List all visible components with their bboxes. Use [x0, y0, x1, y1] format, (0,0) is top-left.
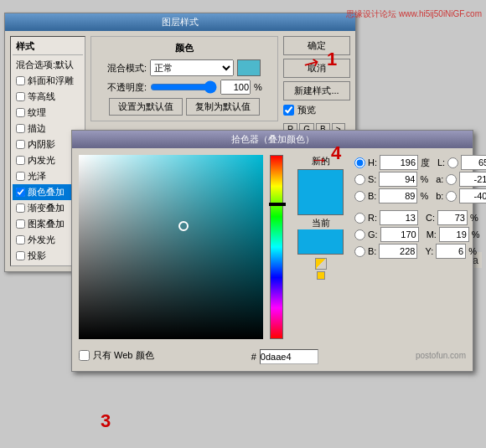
- new-label: 新的: [312, 155, 330, 167]
- gradient-canvas[interactable]: [79, 155, 263, 339]
- opacity-input[interactable]: [220, 80, 251, 95]
- r-label: R:: [368, 213, 377, 223]
- hex-input[interactable]: [260, 349, 318, 364]
- cancel-button[interactable]: 取消: [283, 59, 350, 78]
- c-input[interactable]: [437, 210, 468, 225]
- confirm-button[interactable]: 确定: [283, 36, 350, 55]
- drop-shadow-checkbox[interactable]: [16, 251, 25, 260]
- b3-input[interactable]: [459, 188, 486, 203]
- blend-mode-label: 混合模式:: [96, 62, 147, 75]
- b-unit: %: [420, 191, 428, 201]
- gamut-warning-icon: [315, 258, 327, 270]
- h-label: H:: [368, 157, 377, 167]
- stroke-label: 描边: [28, 122, 46, 135]
- color-overlay-preview[interactable]: [237, 59, 261, 76]
- inner-shadow-label: 内阴影: [28, 138, 55, 151]
- pattern-overlay-checkbox[interactable]: [16, 219, 25, 229]
- l-input[interactable]: [461, 155, 486, 170]
- color-values: H: 度 L: S: % a: B: %: [354, 155, 486, 339]
- gradient-overlay-label: 渐变叠加: [28, 202, 65, 214]
- m-label: M:: [427, 229, 437, 239]
- r-radio[interactable]: [354, 213, 365, 224]
- s-radio[interactable]: [354, 174, 365, 185]
- default-buttons-row: 设置为默认值 复制为默认值: [96, 98, 272, 116]
- set-default-button[interactable]: 设置为默认值: [109, 98, 183, 116]
- new-color-box[interactable]: [297, 169, 344, 215]
- b-radio[interactable]: [354, 191, 365, 202]
- h-unit: 度: [421, 157, 430, 169]
- b2-radio[interactable]: [354, 246, 365, 257]
- bevel-label: 斜面和浮雕: [28, 75, 74, 87]
- new-style-button[interactable]: 新建样式...: [283, 81, 350, 100]
- a-label: a:: [436, 174, 443, 184]
- color-overlay-label: 颜色叠加: [28, 186, 65, 198]
- b-row: B: % b:: [354, 188, 486, 203]
- opacity-row: 不透明度: %: [96, 80, 272, 95]
- hex-row: #: [251, 349, 318, 364]
- hex-label: #: [251, 352, 256, 362]
- inner-glow-label: 内发光: [28, 154, 55, 167]
- preview-checkbox[interactable]: [283, 105, 294, 116]
- s-row: S: % a:: [354, 172, 486, 187]
- current-color-box: [297, 229, 344, 255]
- l-radio[interactable]: [447, 157, 458, 168]
- r-input[interactable]: [380, 210, 418, 225]
- b-label: B:: [368, 191, 376, 201]
- b-input[interactable]: [379, 188, 417, 203]
- s-input[interactable]: [379, 172, 417, 187]
- gamut-color-icon: [317, 271, 325, 280]
- opacity-label: 不透明度:: [96, 81, 147, 94]
- blend-mode-select[interactable]: 正常: [150, 59, 234, 76]
- texture-checkbox[interactable]: [16, 108, 25, 117]
- gradient-area[interactable]: [79, 155, 263, 339]
- stroke-checkbox[interactable]: [16, 124, 25, 133]
- g-radio[interactable]: [354, 229, 365, 240]
- h-radio[interactable]: [354, 157, 365, 168]
- a-radio[interactable]: [446, 174, 457, 185]
- s-unit: %: [420, 174, 428, 184]
- y-input[interactable]: [436, 244, 466, 259]
- bevel-checkbox[interactable]: [16, 76, 25, 85]
- g-input[interactable]: [380, 227, 419, 242]
- postof-watermark: postofun.com: [416, 351, 466, 360]
- b2-row: B: Y: %: [354, 244, 486, 259]
- b2-input[interactable]: [379, 244, 417, 259]
- h-row: H: 度 L:: [354, 155, 486, 170]
- color-overlay-checkbox[interactable]: [16, 188, 25, 197]
- pattern-overlay-label: 图案叠加: [28, 218, 65, 230]
- drop-shadow-label: 投影: [28, 250, 46, 262]
- color-overlay-section: 颜色 混合模式: 正常 不透明度: % 设置为默认值 复制为默认值: [90, 36, 278, 121]
- web-color-checkbox[interactable]: [79, 350, 90, 361]
- inner-shadow-checkbox[interactable]: [16, 140, 25, 149]
- layer-styles-title: 图层样式: [162, 17, 199, 27]
- sidebar-item-blending-default[interactable]: 混合选项:默认: [13, 57, 83, 73]
- g-row: G: M: %: [354, 227, 486, 242]
- picker-titlebar: 拾色器（叠加颜色）: [72, 131, 473, 148]
- picker-title: 拾色器（叠加颜色）: [231, 134, 314, 144]
- b3-label: b:: [436, 191, 443, 201]
- outer-glow-checkbox[interactable]: [16, 235, 25, 245]
- reset-default-button[interactable]: 复制为默认值: [186, 98, 260, 116]
- satin-label: 光泽: [28, 170, 46, 183]
- section-title: 颜色: [96, 42, 272, 54]
- b3-radio[interactable]: [446, 191, 457, 202]
- color-preview-area: 新的 当前: [293, 155, 348, 339]
- site-watermark: 思缘设计论坛 www.hi5ij50iNiGF.com: [346, 8, 482, 20]
- preview-label: 预览: [297, 104, 316, 116]
- contour-checkbox[interactable]: [16, 92, 25, 101]
- h-input[interactable]: [380, 155, 418, 170]
- sidebar-item-texture[interactable]: 纹理: [13, 105, 83, 121]
- satin-checkbox[interactable]: [16, 172, 25, 181]
- hue-slider-track[interactable]: [270, 155, 283, 339]
- picker-bottom: 只有 Web 颜色 # postofun.com: [72, 346, 473, 371]
- contour-label: 等高线: [28, 90, 55, 103]
- inner-glow-checkbox[interactable]: [16, 156, 25, 165]
- blending-default-label: 混合选项:默认: [16, 59, 74, 71]
- sidebar-item-bevel[interactable]: 斜面和浮雕: [13, 73, 83, 89]
- m-input[interactable]: [439, 227, 469, 242]
- sidebar-item-contour[interactable]: 等高线: [13, 89, 83, 105]
- s-label: S:: [368, 174, 376, 184]
- a-input[interactable]: [459, 172, 486, 187]
- gradient-overlay-checkbox[interactable]: [16, 203, 25, 213]
- opacity-slider[interactable]: [150, 81, 217, 93]
